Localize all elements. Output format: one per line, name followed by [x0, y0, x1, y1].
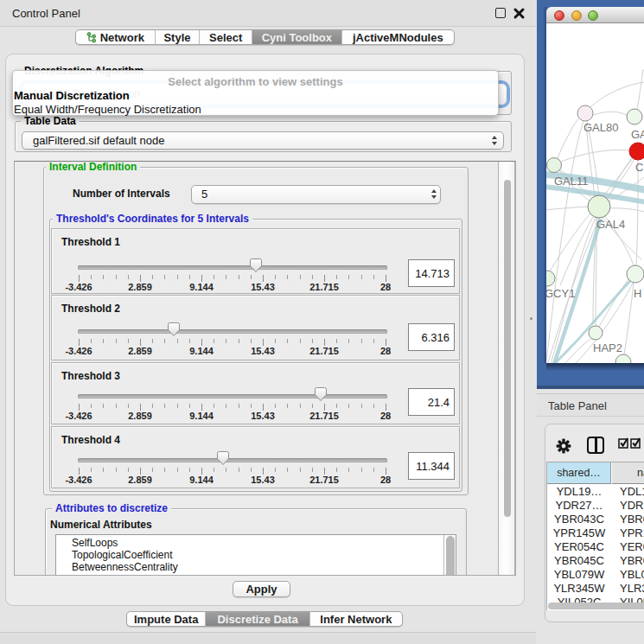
svg-text:GA: GA	[631, 128, 644, 141]
svg-text:GAL4: GAL4	[596, 218, 625, 231]
svg-text:GAL11: GAL11	[554, 175, 589, 188]
svg-text:H: H	[634, 287, 641, 300]
svg-text:GAL80: GAL80	[583, 121, 618, 134]
svg-text:HAP2: HAP2	[593, 341, 622, 354]
svg-text:C: C	[635, 161, 643, 174]
svg-text:GCY1: GCY1	[546, 287, 575, 300]
